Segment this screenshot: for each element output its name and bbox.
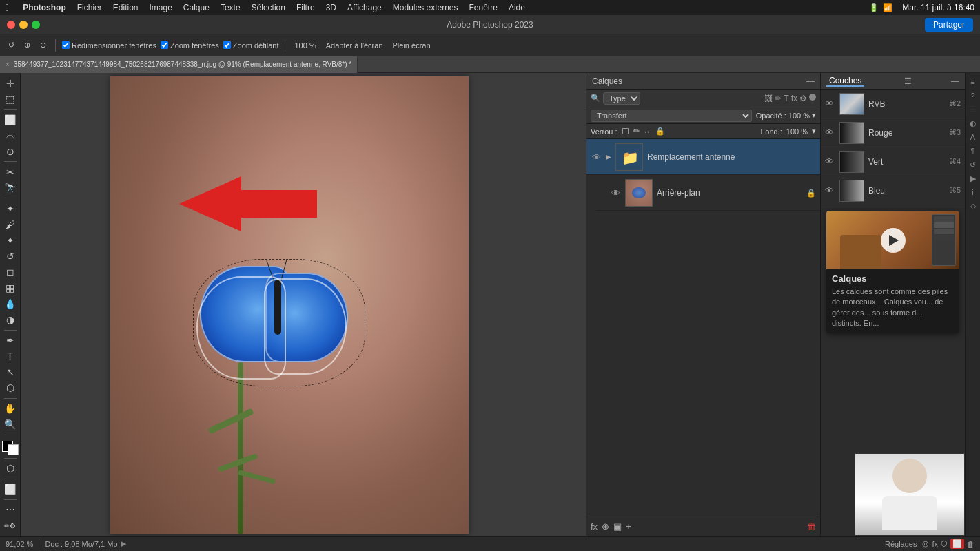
dodge-tool[interactable]: ◑: [2, 313, 19, 327]
channel-item-rvb[interactable]: 👁 RVB ⌘2: [821, 90, 965, 118]
lock-transparent-icon[interactable]: ☐: [622, 127, 629, 136]
hand-tool[interactable]: ✋: [2, 402, 19, 416]
menu-image[interactable]: Image: [144, 3, 178, 12]
character-icon[interactable]: A: [967, 131, 979, 143]
filter-active-dot[interactable]: [809, 94, 816, 101]
blend-mode-dropdown[interactable]: Transfert: [591, 110, 752, 122]
menu-aide[interactable]: Aide: [503, 3, 531, 12]
menu-affichage[interactable]: Affichage: [342, 3, 387, 12]
move-tool[interactable]: ✛: [2, 76, 19, 90]
layer-filter-dropdown[interactable]: Type: [603, 92, 640, 105]
lock-all-icon[interactable]: 🔒: [655, 127, 665, 136]
channel-item-rouge[interactable]: 👁 Rouge ⌘3: [821, 118, 965, 147]
info-icon[interactable]: i: [967, 186, 979, 198]
bottom-icon-1[interactable]: ◎: [922, 539, 929, 548]
path-select-tool[interactable]: ↖: [2, 365, 19, 380]
history-icon[interactable]: ↺: [967, 158, 979, 171]
layers-panel-collapse[interactable]: —: [806, 76, 815, 86]
menu-calque[interactable]: Calque: [178, 3, 215, 12]
channel-item-bleu[interactable]: 👁 Bleu ⌘5: [821, 176, 965, 205]
menu-fichier[interactable]: Fichier: [72, 3, 108, 12]
close-button[interactable]: [7, 21, 15, 29]
add-layer-mask-icon[interactable]: ⊕: [602, 521, 609, 532]
paragraph-icon[interactable]: ¶: [967, 145, 979, 157]
bottom-icon-2[interactable]: fx: [932, 540, 938, 548]
canvas-area[interactable]: [21, 73, 586, 536]
artboard-tool[interactable]: ⬚: [2, 92, 19, 106]
eraser-tool[interactable]: ◻: [2, 264, 19, 279]
create-group-icon[interactable]: ▣: [613, 521, 622, 532]
resize-windows-checkbox[interactable]: Redimensionner fenêtres: [62, 41, 156, 50]
fullscreen-button[interactable]: Plein écran: [390, 40, 433, 51]
zoom-scroll-checkbox[interactable]: Zoom défilant: [223, 41, 279, 50]
filter-pixel-icon[interactable]: 🖼: [764, 94, 773, 103]
more-tools[interactable]: ⋯: [2, 503, 19, 517]
filter-edit-icon[interactable]: ✏: [775, 94, 782, 103]
pen-tool[interactable]: ✒: [2, 333, 19, 348]
menu-3d[interactable]: 3D: [320, 3, 342, 12]
zoom-100-button[interactable]: 100 %: [292, 40, 318, 51]
menu-texte[interactable]: Texte: [215, 3, 246, 12]
layer-item-remplacement-antenne[interactable]: ▶ 📁 Remplacement antenne: [586, 139, 820, 175]
apple-menu[interactable]: : [6, 2, 9, 13]
zoom-in-button[interactable]: ⊕: [21, 39, 33, 51]
opacity-value[interactable]: 100 %: [788, 112, 810, 120]
maximize-button[interactable]: [32, 21, 40, 29]
clone-stamp-tool[interactable]: ✦: [2, 233, 19, 247]
fit-screen-button[interactable]: Adapter à l'écran: [323, 40, 386, 51]
layer-visibility-icon-bg[interactable]: [610, 187, 621, 198]
filter-fx-icon[interactable]: fx: [791, 94, 797, 103]
zoom-fit-button[interactable]: ↺: [6, 39, 17, 51]
lasso-tool[interactable]: ⌓: [2, 128, 19, 143]
menu-selection[interactable]: Sélection: [246, 3, 291, 12]
channels-panel-collapse[interactable]: —: [951, 76, 959, 86]
history-brush-tool[interactable]: ↺: [2, 249, 19, 263]
layer-visibility-icon-folder[interactable]: [591, 152, 602, 163]
menu-photoshop[interactable]: Photoshop: [17, 3, 72, 12]
healing-brush-tool[interactable]: ✦: [2, 201, 19, 216]
screen-mode-tool[interactable]: ⬜: [2, 482, 19, 497]
bottom-icon-3[interactable]: ⬡: [941, 539, 948, 548]
quick-mask-tool[interactable]: ⬡: [2, 461, 19, 476]
fond-value[interactable]: 100 %: [786, 127, 808, 136]
crop-tool[interactable]: ✂: [2, 165, 19, 179]
zoom-out-button[interactable]: ⊖: [37, 39, 49, 51]
video-thumbnail[interactable]: [826, 211, 959, 269]
navigator-icon[interactable]: ◇: [967, 200, 979, 212]
filter-text-icon[interactable]: T: [784, 94, 788, 103]
properties-icon[interactable]: ≡: [967, 76, 979, 88]
new-layer-icon[interactable]: +: [626, 521, 631, 532]
channels-panel-menu[interactable]: ☰: [904, 76, 912, 86]
actions-icon[interactable]: ▶: [967, 172, 979, 185]
add-adjustment-icon[interactable]: fx: [591, 521, 598, 532]
menu-fenetre[interactable]: Fenêtre: [464, 3, 503, 12]
menu-modules[interactable]: Modules externes: [387, 3, 464, 12]
layer-item-arriere-plan[interactable]: Arrière-plan: [596, 175, 820, 211]
gradient-tool[interactable]: ▦: [2, 281, 19, 295]
channel-vis-bleu[interactable]: 👁: [825, 185, 834, 196]
channel-vis-rvb[interactable]: 👁: [825, 98, 834, 109]
delete-layer-icon[interactable]: 🗑: [807, 521, 816, 532]
document-tab[interactable]: × 358449377_102314774371449984_750268217…: [0, 56, 358, 73]
libraries-icon[interactable]: ☰: [967, 103, 979, 116]
shape-tool[interactable]: ⬡: [2, 381, 19, 395]
background-color[interactable]: [8, 444, 19, 455]
channel-vis-vert[interactable]: 👁: [825, 156, 834, 167]
tab-close[interactable]: ×: [6, 61, 10, 68]
lock-image-icon[interactable]: ✏: [633, 127, 640, 136]
adjustments-icon[interactable]: ◐: [967, 117, 979, 129]
zoom-windows-checkbox[interactable]: Zoom fenêtres: [161, 41, 219, 50]
menu-edition[interactable]: Edition: [108, 3, 144, 12]
lock-position-icon[interactable]: ↔: [644, 127, 651, 136]
layer-expand-icon[interactable]: ▶: [606, 153, 611, 160]
zoom-tool[interactable]: 🔍: [2, 417, 19, 432]
brush-tool[interactable]: 🖌: [2, 217, 19, 231]
eyedropper-tool[interactable]: 🔭: [2, 180, 19, 195]
edit-toolbar[interactable]: ✏⚙: [2, 519, 19, 533]
quick-select-tool[interactable]: ⊙: [2, 144, 19, 158]
bottom-icon-4[interactable]: ⬜: [950, 539, 964, 549]
rectangular-marquee-tool[interactable]: ⬜: [2, 112, 19, 127]
text-tool[interactable]: T: [2, 349, 19, 364]
foreground-background-colors[interactable]: [2, 441, 19, 455]
filter-gear-icon[interactable]: ⚙: [799, 94, 807, 103]
